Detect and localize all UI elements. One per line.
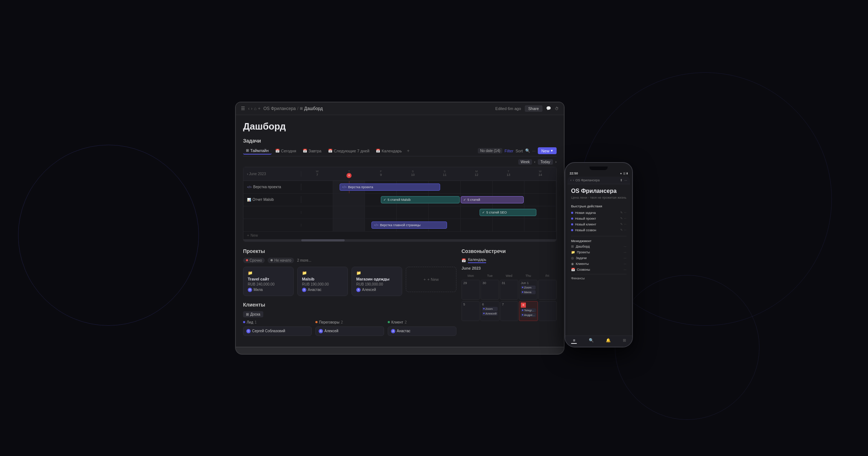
nav-forward-icon[interactable]: ›: [251, 106, 252, 111]
today-button[interactable]: Today: [538, 159, 553, 165]
filter-button[interactable]: Filter: [505, 149, 513, 153]
cal-day-8[interactable]: 8 Telegr... Андре...: [519, 301, 538, 321]
phone-bottom-grid[interactable]: ⊞: [623, 338, 626, 343]
cal-day-29[interactable]: 29: [461, 280, 480, 300]
project-card-travel[interactable]: 📁 Travel сайт RUB 240,000.00 М Мила: [243, 267, 294, 296]
nav-left-4: ◉ Клиенты: [571, 262, 589, 266]
nav-add-icon[interactable]: +: [258, 106, 260, 111]
add-row[interactable]: + New: [243, 232, 556, 239]
phone-action-new-call[interactable]: Новый созвон ✎ ···: [571, 227, 626, 233]
phone-forward-icon[interactable]: ›: [573, 178, 574, 182]
cal-day-num-30: 30: [482, 281, 497, 285]
phone-bottom-bell[interactable]: 🔔: [606, 338, 611, 343]
cal-day-jun1[interactable]: Jun 1 Zoom Мила: [519, 280, 537, 300]
breadcrumb-current: Дашборд: [304, 106, 323, 111]
search-icon[interactable]: 🔍: [525, 148, 530, 153]
cal-event-zoom2[interactable]: Zoom: [482, 307, 498, 311]
phone-nav-calls[interactable]: 📅 Созвоны ···: [567, 267, 630, 273]
timeline-days: W7 T 8 F9: [301, 169, 556, 179]
phone-action-new-project[interactable]: Новый проект ✎ ···: [571, 216, 626, 221]
project-card-clothes[interactable]: 📁 Магазин одежды RUB 190,000.00 А Алексе…: [352, 267, 402, 296]
tab-timeline[interactable]: ⊞ Таймлайн: [243, 147, 272, 155]
cal-event-alexey[interactable]: Алексей: [482, 312, 498, 316]
phone-back-icon[interactable]: ‹: [570, 178, 571, 182]
more-icon[interactable]: ···: [532, 149, 536, 153]
task-bar-glavnaya[interactable]: </> Верстка главной страницы: [371, 221, 447, 229]
phone-action-new-task[interactable]: Новая задача ✎ ···: [571, 210, 626, 216]
kanban-card-2[interactable]: А Алексей: [315, 326, 384, 336]
cal-day-7[interactable]: 7: [500, 301, 518, 321]
tasks-tabs: ⊞ Таймлайн 📅 Сегодня 📅 Завтра: [243, 147, 557, 156]
kanban-card-3[interactable]: А Анастас: [388, 326, 456, 336]
tab-today[interactable]: 📅 Сегодня: [272, 148, 299, 154]
sort-button[interactable]: Sort: [516, 149, 523, 153]
calendar-icon: 📅: [461, 258, 466, 262]
prev-week-icon[interactable]: ‹: [534, 160, 536, 164]
clients-tabs: ⊞ Доска: [243, 311, 456, 317]
timeline-scrollbar[interactable]: [243, 239, 556, 241]
action-label-2: Новый проект: [575, 217, 596, 220]
project-card-malsib[interactable]: 📁 Malsib RUB 190,000.00 А Анастас: [297, 267, 348, 296]
phone-more-icon[interactable]: ···: [624, 178, 627, 182]
bg-circle-1: [18, 145, 199, 326]
tab-tomorrow[interactable]: 📅 Завтра: [300, 148, 324, 154]
timeline-scrollbar-thumb[interactable]: [301, 239, 345, 241]
hamburger-icon[interactable]: ☰: [241, 106, 245, 111]
cal-day-5[interactable]: 5: [461, 301, 480, 321]
cal-event-zoom1[interactable]: Zoom: [521, 286, 536, 290]
tab-add-icon[interactable]: +: [405, 148, 411, 153]
calendar-tab[interactable]: Календарь: [468, 258, 486, 263]
talks-count: 2: [341, 320, 343, 324]
clients-tab-board[interactable]: ⊞ Доска: [243, 311, 263, 317]
filter-notstarted[interactable]: Не начато: [268, 258, 294, 263]
event-dot-2: [522, 291, 523, 293]
chrome-right: Edited 6m ago Share 💬 ⏱: [495, 105, 559, 112]
cal-event-mila1[interactable]: Мила: [521, 290, 536, 294]
phone-bottom-search[interactable]: 🔍: [589, 338, 594, 343]
cal-day-2[interactable]: [538, 280, 557, 300]
filter-urgent[interactable]: Срочно: [243, 258, 265, 263]
tab-calendar[interactable]: 📅 Календарь: [373, 148, 405, 154]
timeline-day-9: F9: [365, 169, 397, 179]
phone-nav-dashboard[interactable]: ⊞ Дашборд ···: [567, 244, 630, 249]
phone-share-icon[interactable]: ⬆: [620, 178, 623, 182]
add-project-button[interactable]: + + New: [406, 267, 456, 292]
meetings-title: Созвоны/встречи: [461, 248, 557, 254]
kanban-header-client: Клиент 2: [388, 320, 456, 324]
phone-action-new-client[interactable]: Новый клиент ✎ ···: [571, 221, 626, 227]
share-button[interactable]: Share: [525, 105, 542, 112]
action-label-1: Новая задача: [575, 211, 596, 215]
nav-home-icon[interactable]: ⌂: [254, 106, 256, 111]
cal-event-andre[interactable]: Андре...: [521, 313, 536, 317]
kanban-col-lead: Лид 1 С Сергей Соблазовий: [243, 320, 312, 338]
task-bar-5stat[interactable]: ✓ 5 статей: [461, 196, 524, 203]
task-bar-malsib[interactable]: ✓ 5 статей Malsib: [381, 196, 460, 203]
phone-bottom-list[interactable]: ≡: [571, 338, 577, 343]
task-bar-verstka[interactable]: </> Верстка проекта: [340, 183, 441, 191]
phone-nav-tasks[interactable]: ◎ Задачи ···: [567, 255, 630, 261]
action-edit-3: ✎: [620, 223, 623, 226]
clock-icon[interactable]: ⏱: [555, 106, 559, 111]
action-dot-4: [571, 229, 573, 231]
phone-nav-clients[interactable]: ◉ Клиенты ···: [567, 261, 630, 267]
cal-day-31[interactable]: 31: [500, 280, 518, 300]
kanban-card-1[interactable]: С Сергей Соблазовий: [243, 326, 312, 336]
cal-day-num-8: 8: [523, 303, 524, 307]
nav-back-icon[interactable]: ‹: [248, 106, 250, 111]
timeline-day-12: M12: [461, 169, 493, 179]
task-bar-seo[interactable]: ✓ 5 статей SEO: [480, 209, 536, 216]
cal-day-6[interactable]: 6 Zoom Алексей: [480, 301, 499, 321]
phone-nav-projects[interactable]: 📁 Проекты ···: [567, 249, 630, 255]
week-label[interactable]: Week: [518, 159, 532, 165]
chat-icon[interactable]: 💬: [546, 106, 551, 111]
more-link[interactable]: 2 more...: [297, 258, 311, 262]
new-button[interactable]: New ▾: [538, 147, 557, 154]
next-week-icon[interactable]: ›: [555, 160, 557, 164]
board-icon: ⊞: [246, 312, 249, 316]
tab-week[interactable]: 📅 Следующие 7 дней: [325, 148, 373, 154]
phone-content: ‹ › OS Фрилансера ⬆ ··· OS Фрилансера Це…: [567, 177, 630, 343]
task-label: Верстка проекта: [348, 185, 373, 189]
cal-day-30[interactable]: 30: [481, 280, 499, 300]
cal-day-9b[interactable]: [539, 301, 557, 321]
cal-event-telegr[interactable]: Telegr...: [521, 308, 536, 312]
